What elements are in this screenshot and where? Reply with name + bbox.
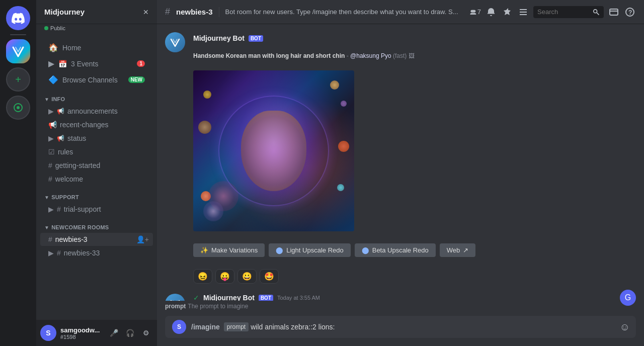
search-input[interactable] [537, 8, 591, 16]
reaction-tongue[interactable]: 😛 [215, 269, 234, 284]
bot-avatar-2 [165, 294, 185, 301]
channel-announcements[interactable]: ▶ 📢 announcements [40, 105, 153, 118]
user-info: samgoodw... #1598 [60, 326, 103, 340]
chat-input-box[interactable]: S /imagine prompt ☺ [165, 316, 636, 338]
user-area: S samgoodw... #1598 🎤 🎧 ⚙ [36, 320, 157, 346]
msg1-text: Handsome Korean man with long hair and s… [193, 52, 636, 59]
svg-point-2 [594, 9, 597, 13]
server-bar: + [0, 0, 36, 346]
sphere-6 [198, 121, 211, 134]
sphere-3 [338, 141, 349, 152]
sphere-5 [203, 91, 211, 99]
search-bar[interactable] [533, 6, 604, 18]
prompt-text: The prompt to imagine [188, 303, 248, 310]
bot-avatar-1 [165, 32, 185, 52]
trial-chevron-icon: ▶ [48, 205, 54, 213]
emoji-picker-button[interactable]: ☺ [620, 321, 630, 333]
channel-rules[interactable]: ☑ rules [40, 145, 153, 158]
browse-badge: NEW [128, 76, 145, 83]
web-button[interactable]: Web ↗ [440, 243, 476, 257]
hash-icon: 📢 [48, 121, 57, 129]
bot-avatar-2-wrapper [165, 294, 185, 301]
reaction-buttons: 😖 😛 😀 🤩 [193, 269, 636, 284]
discord-home-button[interactable] [6, 6, 30, 30]
channel-newbies-3[interactable]: # newbies-3 👤+ [40, 233, 153, 246]
sphere-2 [341, 101, 347, 107]
verified-icon-2: ✓ [193, 294, 199, 301]
user-tag: #1598 [60, 334, 103, 340]
image-options-icon[interactable]: 🖼 [409, 52, 415, 59]
user-avatar: S [40, 325, 56, 341]
newbies33-hash-icon: # [57, 249, 61, 257]
prompt-bar: prompt The prompt to imagine [157, 301, 644, 312]
channel-sidebar: Midjourney ✕ Public 🏠 Home ▶ 📅 3 Events … [36, 0, 157, 346]
message-2-content: ✓ Midjourney Bot BOT Today at 3:55 AM Re… [193, 294, 636, 301]
inbox-button[interactable] [608, 6, 620, 18]
channel-hash-icon: # [165, 7, 170, 17]
scroll-to-bottom-button[interactable]: G [620, 290, 636, 306]
svg-rect-3 [610, 9, 618, 15]
deafen-button[interactable]: 🎧 [123, 326, 137, 340]
announcements-icon: ▶ [48, 107, 54, 115]
notifications-button[interactable] [485, 6, 497, 18]
hash3-icon: # [48, 175, 52, 183]
members-count-button[interactable]: 7 [469, 6, 481, 18]
hash2-icon: # [48, 161, 52, 169]
message-2-header: ✓ Midjourney Bot BOT Today at 3:55 AM [193, 294, 636, 301]
add-server-button[interactable]: + [6, 67, 30, 92]
chat-input-area: S /imagine prompt ☺ [157, 312, 644, 346]
generated-image [193, 70, 354, 231]
channel-status[interactable]: ▶ 📢 status [40, 132, 153, 145]
help-button[interactable]: ? [624, 6, 636, 18]
sidebar-item-home[interactable]: 🏠 Home [40, 40, 153, 55]
channel-trial-support[interactable]: ▶ # trial-support [40, 203, 153, 216]
trial-hash-icon: # [57, 205, 61, 213]
user-controls: 🎤 🎧 ⚙ [107, 326, 153, 340]
header-icons: 7 ? [469, 6, 636, 18]
reaction-starstruck[interactable]: 🤩 [260, 269, 279, 284]
svg-point-1 [17, 106, 20, 109]
message-context-bar [165, 32, 185, 52]
events-icon: 📅 [58, 60, 67, 68]
light-upscale-redo-button[interactable]: ⬤ Light Upscale Redo [269, 243, 350, 257]
channel-getting-started[interactable]: # getting-started [40, 159, 153, 172]
beta-upscale-icon: ⬤ [362, 246, 369, 254]
message-1-header: Midjourney Bot BOT [193, 34, 636, 42]
browse-icon: 🔷 [48, 75, 58, 84]
category-newcomer-rooms[interactable]: ▼ NEWCOMER ROOMS [36, 216, 157, 232]
category-chevron-icon: ▼ [44, 97, 49, 102]
server-header[interactable]: Midjourney ✕ [36, 0, 157, 24]
messages-area[interactable]: Midjourney Bot BOT Handsome Korean man w… [157, 24, 644, 301]
server-divider [10, 34, 26, 35]
channel-welcome[interactable]: # welcome [40, 172, 153, 186]
members-list-button[interactable] [517, 6, 529, 18]
discover-servers-button[interactable] [6, 96, 30, 120]
mute-button[interactable]: 🎤 [107, 326, 121, 340]
midjourney-server-icon[interactable] [6, 39, 30, 63]
sidebar-item-browse-channels[interactable]: 🔷 Browse Channels NEW [40, 72, 153, 88]
pinned-messages-button[interactable] [501, 6, 513, 18]
support-chevron-icon: ▼ [44, 195, 49, 200]
channel-newbies-33[interactable]: ▶ # newbies-33 [40, 246, 153, 260]
category-info[interactable]: ▼ INFO [36, 88, 157, 104]
beta-upscale-redo-button[interactable]: ⬤ Beta Upscale Redo [355, 243, 436, 257]
channel-list: 🏠 Home ▶ 📅 3 Events 1 🔷 Browse Channels … [36, 35, 157, 320]
msg2-author: Midjourney Bot [203, 294, 255, 301]
newbies33-chevron-icon: ▶ [48, 249, 54, 257]
server-name: Midjourney [44, 8, 85, 16]
channel-recent-changes[interactable]: 📢 recent-changes [40, 118, 153, 131]
reaction-angry[interactable]: 😖 [193, 269, 212, 284]
member-count: 7 [477, 8, 481, 16]
sidebar-item-events[interactable]: ▶ 📅 3 Events 1 [40, 56, 153, 71]
chat-input[interactable] [251, 318, 619, 336]
floral-2 [203, 201, 223, 221]
header-divider [219, 7, 219, 17]
reaction-grin[interactable]: 😀 [237, 269, 257, 284]
newcomer-chevron-icon: ▼ [44, 225, 49, 230]
settings-button[interactable]: ⚙ [139, 326, 153, 340]
rules-icon: ☑ [48, 148, 55, 156]
status-icon: 📢 [57, 135, 64, 142]
category-support[interactable]: ▼ SUPPORT [36, 186, 157, 202]
make-variations-button[interactable]: ✨ Make Variations [193, 243, 265, 257]
status-dot-icon [44, 26, 48, 30]
